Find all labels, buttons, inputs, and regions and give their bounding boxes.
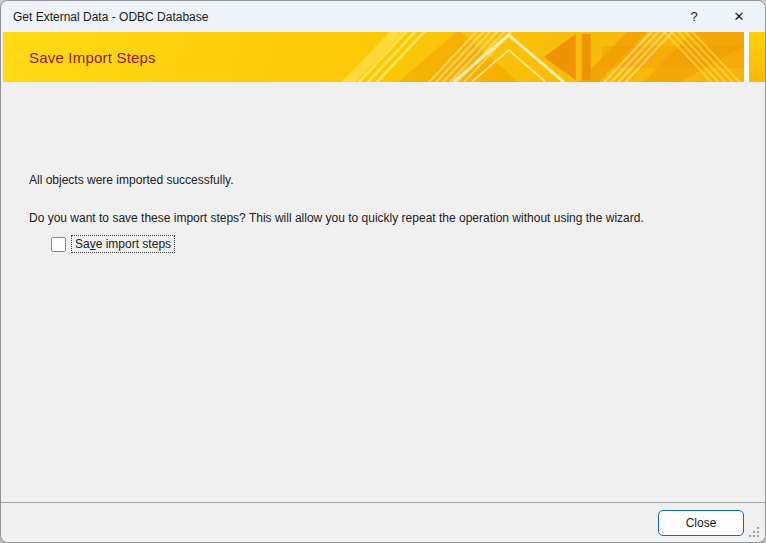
help-button[interactable]: ? (676, 1, 712, 32)
banner-heading: Save Import Steps (29, 32, 156, 82)
window-title: Get External Data - ODBC Database (13, 10, 676, 24)
save-import-steps-row: Save import steps (51, 235, 175, 253)
save-import-steps-label[interactable]: Save import steps (71, 235, 175, 253)
save-import-steps-checkbox[interactable] (51, 237, 66, 252)
title-bar-buttons: ? ✕ (676, 1, 765, 32)
label-pre: Sa (75, 237, 90, 251)
banner-row: Save Import Steps (3, 32, 765, 82)
title-bar: Get External Data - ODBC Database ? ✕ (1, 1, 765, 32)
dialog-body: All objects were imported successfully. … (1, 82, 765, 502)
banner: Save Import Steps (3, 32, 744, 82)
close-button[interactable]: Close (658, 510, 744, 536)
get-external-data-dialog: Get External Data - ODBC Database ? ✕ (0, 0, 766, 543)
label-post: e import steps (96, 237, 171, 251)
save-steps-question: Do you want to save these import steps? … (29, 211, 745, 226)
close-window-button[interactable]: ✕ (721, 1, 757, 32)
resize-grip[interactable] (749, 527, 760, 538)
banner-cap (749, 32, 765, 82)
dialog-footer: Close (1, 502, 765, 542)
import-success-message: All objects were imported successfully. (29, 173, 745, 188)
